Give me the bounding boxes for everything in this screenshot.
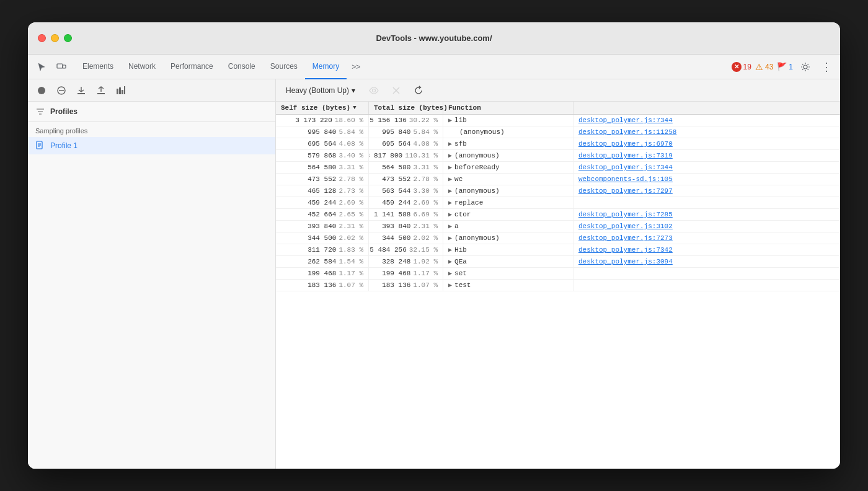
tab-console[interactable]: Console [221, 55, 263, 79]
tab-network[interactable]: Network [121, 55, 163, 79]
self-size-value: 199 468 [308, 270, 336, 277]
self-size-cell: 3 173 220 18.60 % [276, 115, 369, 126]
self-size-cell: 344 500 2.02 % [276, 232, 369, 244]
device-toolbar-icon[interactable] [53, 58, 70, 76]
total-size-cell: 995 840 5.84 % [369, 126, 443, 138]
self-size-pct: 2.73 % [339, 187, 363, 195]
function-link[interactable]: webcomponents-sd.js:105 [574, 174, 840, 185]
svg-rect-0 [57, 64, 63, 68]
header-total-size[interactable]: Total size (bytes) [369, 102, 443, 114]
refresh-button[interactable] [410, 82, 427, 99]
function-cell: ▶ (anonymous) [443, 150, 574, 161]
header-function[interactable]: Function [443, 102, 574, 114]
function-cell: ▶ a [443, 221, 574, 232]
function-link[interactable]: desktop_polymer.js:7342 [574, 244, 840, 255]
function-link[interactable]: desktop_polymer.js:7273 [574, 232, 840, 244]
tab-sources[interactable]: Sources [263, 55, 305, 79]
svg-point-2 [804, 65, 807, 69]
expand-arrow-icon[interactable]: ▶ [448, 152, 452, 159]
expand-arrow-icon[interactable]: ▶ [448, 281, 452, 289]
function-link[interactable]: desktop_polymer.js:7319 [574, 150, 840, 161]
error-count: 19 [743, 63, 751, 71]
self-size-pct: 3.40 % [339, 152, 363, 159]
expand-arrow-icon[interactable]: ▶ [448, 234, 452, 242]
settings-icon[interactable] [797, 58, 814, 76]
maximize-button[interactable] [64, 34, 72, 42]
function-link[interactable]: desktop_polymer.js:3102 [574, 221, 840, 232]
tab-elements[interactable]: Elements [75, 55, 121, 79]
total-size-value: 1 141 588 [374, 211, 410, 218]
self-size-pct: 4.08 % [339, 140, 363, 148]
header-self-size[interactable]: Self size (bytes) ▼ [276, 102, 369, 114]
function-cell: ▶ (anonymous) [443, 232, 574, 244]
total-size-cell: 1 141 588 6.69 % [369, 209, 443, 220]
self-size-cell: 183 136 1.07 % [276, 280, 369, 291]
minimize-button[interactable] [51, 34, 59, 42]
function-link[interactable]: desktop_polymer.js:7344 [574, 162, 840, 173]
function-link[interactable]: desktop_polymer.js:11258 [574, 126, 840, 138]
expand-arrow-icon[interactable]: ▶ [448, 223, 452, 230]
total-size-pct: 1.07 % [413, 281, 438, 289]
self-size-value: 393 840 [308, 223, 336, 230]
flame-chart-button[interactable] [112, 82, 130, 99]
self-size-cell: 262 584 1.54 % [276, 256, 369, 267]
tab-performance[interactable]: Performance [163, 55, 221, 79]
self-size-pct: 1.83 % [339, 246, 363, 254]
table-row: 393 840 2.31 % 393 840 2.31 % ▶ a deskto… [276, 221, 840, 232]
svg-point-3 [38, 87, 45, 94]
content-toolbar: Heavy (Bottom Up) ▾ [276, 79, 840, 102]
expand-arrow-icon[interactable]: ▶ [448, 211, 452, 218]
total-size-pct: 4.08 % [413, 140, 438, 148]
function-link[interactable]: desktop_polymer.js:6970 [574, 138, 840, 149]
close-button[interactable] [38, 34, 46, 42]
tab-memory[interactable]: Memory [305, 55, 347, 79]
error-badge[interactable]: ✕ 19 [732, 62, 751, 72]
expand-arrow-icon[interactable]: ▶ [448, 246, 452, 254]
expand-arrow-icon[interactable]: ▶ [448, 187, 452, 195]
save-button[interactable] [92, 82, 110, 99]
total-size-cell: 695 564 4.08 % [369, 138, 443, 149]
total-size-value: 459 244 [382, 199, 410, 206]
function-link[interactable]: desktop_polymer.js:3094 [574, 256, 840, 267]
total-size-value: 344 500 [382, 234, 410, 242]
expand-arrow-icon[interactable]: ▶ [448, 258, 452, 265]
eye-button[interactable] [365, 82, 383, 99]
warn-badge[interactable]: ⚠ 43 [755, 62, 773, 72]
total-size-cell: 564 580 3.31 % [369, 162, 443, 173]
function-link[interactable]: desktop_polymer.js:7344 [574, 115, 840, 126]
main-area: Profiles Sampling profiles Profile 1 [28, 79, 840, 469]
header-link [574, 102, 840, 114]
expand-arrow-icon[interactable]: ▶ [448, 117, 452, 124]
total-size-pct: 6.69 % [413, 211, 438, 218]
function-cell: ▶ QEa [443, 256, 574, 267]
function-link [574, 280, 840, 291]
expand-arrow-icon[interactable]: ▶ [448, 140, 452, 148]
record-button[interactable] [33, 82, 50, 99]
window-title: DevTools - www.youtube.com/ [376, 33, 492, 43]
function-cell: ▶ replace [443, 197, 574, 208]
expand-arrow-icon[interactable]: ▶ [448, 164, 452, 171]
table-row: 579 868 3.40 % 8 817 800 110.31 % ▶ (ano… [276, 150, 840, 162]
load-button[interactable] [73, 82, 90, 99]
info-badge[interactable]: 🚩 1 [777, 62, 793, 71]
total-size-cell: 5 484 256 32.15 % [369, 244, 443, 255]
clear-button[interactable] [53, 82, 70, 99]
expand-arrow-icon[interactable]: ▶ [448, 175, 452, 183]
expand-arrow-icon[interactable]: ▶ [448, 199, 452, 206]
profile-1-item[interactable]: Profile 1 [28, 137, 275, 154]
function-name: Hib [454, 246, 467, 254]
view-dropdown[interactable]: Heavy (Bottom Up) ▾ [281, 84, 360, 97]
total-size-value: 995 840 [382, 128, 410, 136]
svg-rect-9 [124, 86, 125, 94]
self-size-cell: 452 664 2.65 % [276, 209, 369, 220]
function-cell: ▶ set [443, 268, 574, 279]
function-cell: ▶ lib [443, 115, 574, 126]
cursor-icon[interactable] [33, 58, 50, 76]
clear-filter-button[interactable] [388, 82, 405, 99]
function-link[interactable]: desktop_polymer.js:7297 [574, 185, 840, 197]
expand-arrow-icon[interactable]: ▶ [448, 270, 452, 277]
tab-more[interactable]: >> [347, 55, 365, 79]
more-options-icon[interactable]: ⋮ [818, 58, 835, 76]
table-row: 262 584 1.54 % 328 248 1.92 % ▶ QEa desk… [276, 256, 840, 268]
function-link[interactable]: desktop_polymer.js:7285 [574, 209, 840, 220]
